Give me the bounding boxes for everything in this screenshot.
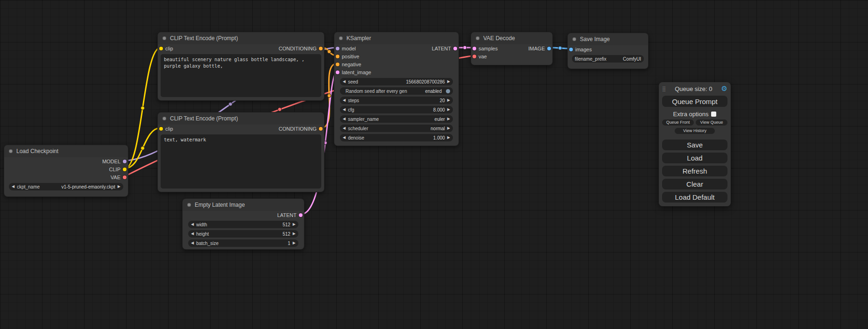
latent-output-port[interactable] [453,47,457,50]
increment-arrow-icon[interactable]: ▶ [293,232,296,236]
slot-row: VAE [4,173,128,181]
clear-button[interactable]: Clear [662,179,727,189]
decrement-arrow-icon[interactable]: ◀ [343,117,346,121]
drag-handle-icon[interactable]: ⣿ [662,86,666,92]
increment-arrow-icon[interactable]: ▶ [447,126,450,130]
collapse-dot-icon[interactable] [476,36,480,40]
collapse-dot-icon[interactable] [339,36,343,40]
increment-arrow-icon[interactable]: ▶ [447,136,450,140]
queue-actions-row: Queue Front View Queue [662,119,727,126]
vae-output-port[interactable] [123,175,127,179]
node-header[interactable]: Save Image [568,33,648,45]
node-clip-text-encode-negative[interactable]: CLIP Text Encode (Prompt) clip CONDITION… [157,112,325,192]
increment-arrow-icon[interactable]: ▶ [293,241,296,245]
decrement-arrow-icon[interactable]: ◀ [191,232,194,236]
conditioning-output-port[interactable] [319,127,323,131]
clip-input-port[interactable] [159,127,163,131]
view-history-button[interactable]: View History [675,128,715,134]
widget-value: ComfyUI [623,56,641,62]
collapse-dot-icon[interactable] [572,37,576,41]
node-header[interactable]: CLIP Text Encode (Prompt) [158,112,324,125]
vae-input-slot: vae [473,54,487,59]
scheduler-widget[interactable]: ◀ scheduler normal ▶ [340,125,453,132]
queue-prompt-button[interactable]: Queue Prompt [662,96,727,107]
increment-arrow-icon[interactable]: ▶ [447,80,450,84]
increment-arrow-icon[interactable]: ▶ [447,108,450,112]
vae-input-port[interactable] [473,55,476,58]
decrement-arrow-icon[interactable]: ◀ [343,136,346,140]
node-header[interactable]: CLIP Text Encode (Prompt) [158,32,324,44]
collapse-dot-icon[interactable] [187,203,191,207]
negative-input-slot: negative [336,62,361,67]
save-button[interactable]: Save [662,140,727,150]
sampler-name-widget[interactable]: ◀ sampler_name euler ▶ [340,115,453,123]
collapse-dot-icon[interactable] [9,149,13,153]
clip-input-port[interactable] [159,47,163,50]
node-header[interactable]: KSampler [334,32,459,44]
positive-prompt-textarea[interactable]: beautiful scenery nature glass bottle la… [161,54,321,97]
increment-arrow-icon[interactable]: ▶ [447,117,450,121]
increment-arrow-icon[interactable]: ▶ [293,223,296,226]
slot-label: samples [479,46,498,51]
filename-prefix-widget[interactable]: filename_prefix ComfyUI [572,55,644,63]
node-graph-canvas[interactable]: Load Checkpoint MODEL CLIP VAE ◀ ckpt_na… [0,0,868,329]
batch-size-widget[interactable]: ◀ batch_size 1 ▶ [188,239,298,247]
decrement-arrow-icon[interactable]: ◀ [343,126,346,130]
increment-arrow-icon[interactable]: ▶ [118,185,120,189]
extra-options-checkbox[interactable] [711,112,716,117]
node-header[interactable]: VAE Decode [471,32,552,44]
decrement-arrow-icon[interactable]: ◀ [191,223,194,226]
increment-arrow-icon[interactable]: ▶ [447,98,450,102]
node-clip-text-encode-positive[interactable]: CLIP Text Encode (Prompt) clip CONDITION… [157,32,325,101]
settings-gear-icon[interactable]: ⚙ [721,85,727,92]
history-row: View History [662,128,727,134]
image-output-port[interactable] [547,47,551,50]
decrement-arrow-icon[interactable]: ◀ [343,108,346,112]
negative-prompt-textarea[interactable]: text, watermark [161,134,321,189]
slot-row: CLIP [4,165,128,173]
refresh-button[interactable]: Refresh [662,166,727,176]
denoise-widget[interactable]: ◀ denoise 1.000 ▶ [340,134,453,141]
collapse-dot-icon[interactable] [162,36,166,40]
model-output-port[interactable] [123,160,127,163]
images-input-port[interactable] [569,48,573,51]
model-input-port[interactable] [336,47,339,50]
clip-output-slot: CLIP [109,167,127,172]
comfy-menu-panel[interactable]: ⣿ Queue size: 0 ⚙ Queue Prompt Extra opt… [659,82,731,206]
toggle-knob-icon[interactable] [446,89,450,93]
slot-label: images [575,47,592,52]
node-empty-latent-image[interactable]: Empty Latent Image LATENT ◀ width 512 ▶ … [182,198,304,250]
positive-input-port[interactable] [336,55,339,58]
node-header[interactable]: Load Checkpoint [4,145,128,157]
seed-widget[interactable]: ◀ seed 156680208700286 ▶ [340,78,453,85]
collapse-dot-icon[interactable] [162,117,166,120]
node-load-checkpoint[interactable]: Load Checkpoint MODEL CLIP VAE ◀ ckpt_na… [4,145,128,197]
node-vae-decode[interactable]: VAE Decode samples IMAGE vae [471,32,553,65]
extra-options-label: Extra options [673,111,709,118]
node-header[interactable]: Empty Latent Image [183,199,304,211]
slot-row: MODEL [4,157,128,165]
load-default-button[interactable]: Load Default [662,192,727,203]
negative-input-port[interactable] [336,63,339,66]
queue-front-button[interactable]: Queue Front [662,119,694,126]
samples-input-port[interactable] [473,47,476,50]
clip-output-port[interactable] [123,168,127,171]
decrement-arrow-icon[interactable]: ◀ [343,98,346,102]
latent-output-port[interactable] [299,213,303,217]
conditioning-output-port[interactable] [319,47,323,50]
ckpt-name-widget[interactable]: ◀ ckpt_name v1-5-pruned-emaonly.ckpt ▶ [9,183,123,190]
latent-image-input-port[interactable] [336,70,339,74]
view-queue-button[interactable]: View Queue [696,119,727,126]
height-widget[interactable]: ◀ height 512 ▶ [188,230,298,238]
width-widget[interactable]: ◀ width 512 ▶ [188,221,298,228]
load-button[interactable]: Load [662,153,727,163]
decrement-arrow-icon[interactable]: ◀ [343,80,346,84]
decrement-arrow-icon[interactable]: ◀ [12,185,14,189]
random-seed-toggle[interactable]: Random seed after every gen enabled [340,87,453,95]
cfg-widget[interactable]: ◀ cfg 8.000 ▶ [340,106,453,113]
model-input-slot: model [336,46,356,51]
node-ksampler[interactable]: KSampler model LATENT positive negative [334,32,459,146]
steps-widget[interactable]: ◀ steps 20 ▶ [340,97,453,104]
node-save-image[interactable]: Save Image images filename_prefix ComfyU… [567,33,649,69]
decrement-arrow-icon[interactable]: ◀ [191,241,194,245]
